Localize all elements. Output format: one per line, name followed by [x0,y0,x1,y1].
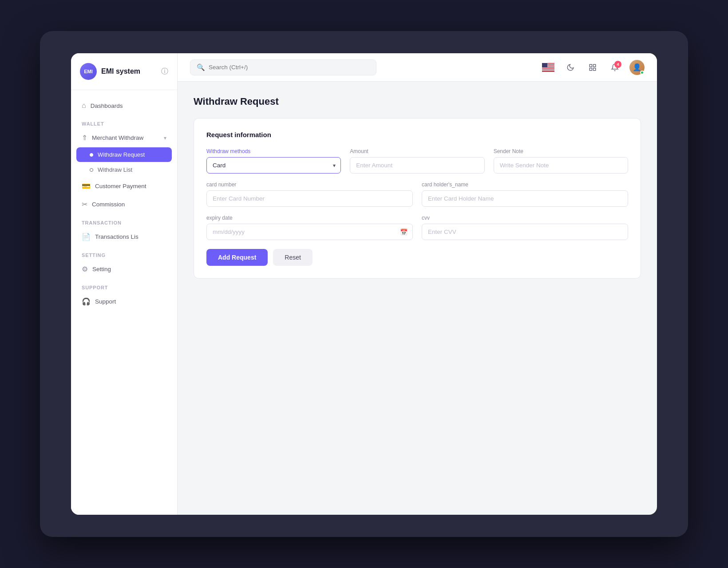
sender-note-input[interactable] [494,157,628,174]
cvv-input[interactable] [422,224,628,240]
theme-toggle[interactable] [563,60,578,75]
sidebar-item-commission[interactable]: ✂ Commission [76,196,172,213]
chevron-down-icon: ▾ [164,135,166,141]
svg-rect-7 [542,63,547,67]
expiry-date-group: expiry date 📅 [206,215,413,240]
customer-payment-label: Customer Payment [95,183,146,189]
sidebar-item-withdraw-list[interactable]: Withdraw List [76,162,172,177]
withdraw-list-label: Withdraw List [98,166,132,173]
grid-icon [589,63,597,71]
moon-icon [566,63,574,71]
card-holder-input[interactable] [422,190,628,207]
inactive-dot [90,168,93,172]
sidebar-item-merchant-withdraw[interactable]: ⇑ Merchant Withdraw ▾ [76,129,172,146]
support-label: Support [95,298,116,305]
header: 🔍 [178,53,657,82]
amount-group: Amount [350,148,484,174]
svg-rect-4 [542,67,554,68]
header-actions: 4 👤 [541,60,645,75]
transactions-icon: 📄 [82,233,91,241]
page-body: Withdraw Request Request information Wit… [178,82,657,515]
sender-note-group: Sender Note [494,148,628,174]
card-holder-group: card holder's_name [422,181,628,207]
sidebar-item-dashboards[interactable]: ⌂ Dashboards [76,97,172,114]
add-request-button[interactable]: Add Request [206,249,268,266]
svg-rect-11 [593,68,596,70]
merchant-withdraw-icon: ⇑ [82,134,87,142]
sidebar-item-setting[interactable]: ⚙ Setting [76,260,172,278]
sidebar-item-transactions[interactable]: 📄 Transactions Lis [76,228,172,245]
svg-rect-10 [590,68,592,70]
page-title: Withdraw Request [194,96,641,107]
transaction-section-label: TRANSACTION [76,214,172,228]
reset-button[interactable]: Reset [273,249,313,266]
home-icon: ⌂ [82,102,86,110]
outer-wrapper: EMI EMI system ⓘ ⌂ Dashboards WALLET ⇑ M… [40,31,688,537]
card-holder-label: card holder's_name [422,181,628,188]
svg-rect-8 [590,64,592,67]
info-icon[interactable]: ⓘ [161,67,168,76]
notifications-button[interactable]: 4 [607,60,622,75]
cvv-label: cvv [422,215,628,221]
sidebar-logo: EMI EMI system ⓘ [71,53,177,90]
logo-icon: EMI [80,63,97,80]
withdraw-methods-wrapper: Card Bank Transfer Cash ▾ [206,157,341,174]
merchant-withdraw-label: Merchant Withdraw [92,134,143,141]
amount-label: Amount [350,148,484,154]
online-indicator [640,71,644,75]
setting-label: Setting [92,266,111,272]
form-row-2: card number card holder's_name [206,181,628,207]
search-bar[interactable]: 🔍 [190,59,376,75]
expiry-date-label: expiry date [206,215,413,221]
form-actions: Add Request Reset [206,249,628,266]
user-avatar-button[interactable]: 👤 [629,60,645,75]
withdraw-request-label: Withdraw Request [98,151,145,158]
svg-rect-6 [542,70,554,71]
notification-badge: 4 [614,61,621,68]
sidebar: EMI EMI system ⓘ ⌂ Dashboards WALLET ⇑ M… [71,53,178,515]
amount-input[interactable] [350,157,484,174]
commission-label: Commission [92,201,125,208]
card-number-input[interactable] [206,190,413,207]
commission-icon: ✂ [82,200,87,209]
search-icon: 🔍 [197,63,205,71]
svg-rect-9 [593,64,596,67]
sidebar-item-support[interactable]: 🎧 Support [76,293,172,310]
customer-payment-icon: 💳 [82,182,91,190]
withdraw-methods-label: Withdraw methods [206,148,341,154]
sidebar-item-withdraw-request[interactable]: Withdraw Request [76,147,172,162]
active-dot [90,153,93,157]
search-input[interactable] [209,64,370,71]
svg-rect-5 [542,69,554,70]
setting-icon: ⚙ [82,265,88,273]
expiry-date-input[interactable] [206,224,413,240]
withdraw-methods-group: Withdraw methods Card Bank Transfer Cash… [206,148,341,174]
form-row-1: Withdraw methods Card Bank Transfer Cash… [206,148,628,174]
sidebar-item-customer-payment[interactable]: 💳 Customer Payment [76,178,172,195]
app-title: EMI system [101,67,140,75]
form-row-3: expiry date 📅 cvv [206,215,628,240]
card-number-group: card number [206,181,413,207]
flag-icon [542,63,554,72]
cvv-group: cvv [422,215,628,240]
wallet-section-label: WALLET [76,115,172,129]
app-container: EMI EMI system ⓘ ⌂ Dashboards WALLET ⇑ M… [71,53,657,515]
support-section-label: SUPPORT [76,279,172,293]
sidebar-item-dashboards-label: Dashboards [91,103,123,109]
withdraw-methods-select[interactable]: Card Bank Transfer Cash [206,157,341,174]
apps-button[interactable] [585,60,600,75]
sender-note-label: Sender Note [494,148,628,154]
transactions-label: Transactions Lis [95,233,138,240]
support-icon: 🎧 [82,297,91,306]
expiry-date-wrapper: 📅 [206,224,413,240]
main-content: 🔍 [178,53,657,515]
language-selector[interactable] [541,60,556,75]
card-number-label: card number [206,181,413,188]
sidebar-nav: ⌂ Dashboards WALLET ⇑ Merchant Withdraw … [71,90,177,515]
setting-section-label: SETTING [76,246,172,260]
card-title: Request information [206,131,628,138]
request-form-card: Request information Withdraw methods Car… [194,118,641,279]
